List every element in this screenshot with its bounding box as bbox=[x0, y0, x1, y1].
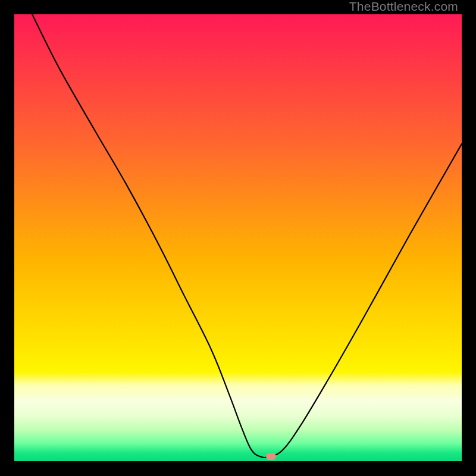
watermark-text: TheBottleneck.com bbox=[349, 0, 458, 14]
chart-frame: TheBottleneck.com bbox=[0, 0, 476, 476]
plot-area bbox=[14, 14, 462, 461]
optimum-marker bbox=[266, 453, 276, 460]
bottleneck-curve bbox=[14, 14, 462, 461]
